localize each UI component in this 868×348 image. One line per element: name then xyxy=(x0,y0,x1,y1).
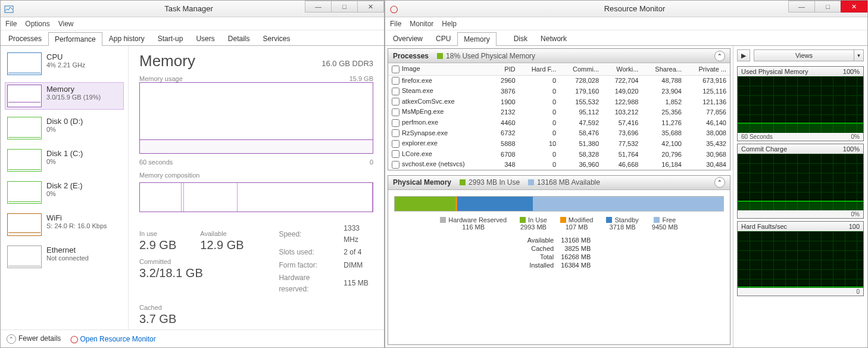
open-resource-monitor-link[interactable]: ◯Open Resource Monitor xyxy=(70,335,155,343)
row-checkbox[interactable] xyxy=(392,119,399,127)
sidebar-item-subtitle: S: 24.0 R: 16.0 Kbps xyxy=(46,222,107,229)
tab-network[interactable]: Network xyxy=(534,32,573,45)
task-manager-window: Task Manager — □ ✕ FileOptionsView Proce… xyxy=(0,0,385,348)
minimize-button[interactable]: — xyxy=(305,1,332,13)
close-button[interactable]: ✕ xyxy=(841,1,867,13)
collapse-icon[interactable]: ⌃ xyxy=(714,51,725,61)
tab-overview[interactable]: Overview xyxy=(386,32,429,45)
table-row[interactable]: LCore.exe6708058,32851,76420,79630,968 xyxy=(388,149,730,160)
panel-title: Memory xyxy=(139,52,195,70)
sidebar-item-cpu[interactable]: CPU4% 2.21 GHz xyxy=(5,51,123,77)
views-dropdown[interactable]: Views▼ xyxy=(754,49,864,61)
memory-details-table: Speed:1333 MHz Slots used:2 of 4 Form fa… xyxy=(277,222,373,296)
inuse-value: 2.9 GB xyxy=(139,238,176,252)
sidebar-item-title: Disk 0 (D:) xyxy=(46,117,83,126)
sparkline-icon xyxy=(7,181,42,204)
memory-composition-bar xyxy=(139,182,373,212)
legend-color-icon xyxy=(560,217,566,223)
maximize-button[interactable]: □ xyxy=(331,1,358,13)
sidebar-item-title: Disk 1 (C:) xyxy=(46,149,83,158)
physical-memory-bar xyxy=(394,196,724,212)
maximize-button[interactable]: □ xyxy=(814,1,841,13)
row-checkbox[interactable] xyxy=(392,88,399,95)
collapse-icon[interactable]: ⌃ xyxy=(714,177,725,188)
sparkline-icon xyxy=(7,246,42,268)
menu-help[interactable]: Help xyxy=(442,20,457,28)
sidebar-item-disk-0--d--[interactable]: Disk 0 (D:)0% xyxy=(5,115,123,141)
row-checkbox[interactable] xyxy=(392,129,399,137)
table-row[interactable]: Steam.exe38760179,160149,02023,904125,11… xyxy=(388,86,730,97)
row-checkbox[interactable] xyxy=(392,77,399,85)
row-checkbox[interactable] xyxy=(392,150,399,158)
menu-file[interactable]: File xyxy=(5,20,17,28)
sidebar-item-subtitle: 0% xyxy=(46,126,83,133)
resmon-icon: ◯ xyxy=(70,335,78,343)
menu-view[interactable]: View xyxy=(58,20,74,28)
col-header[interactable]: Sharea... xyxy=(642,63,685,75)
processes-table: ImagePIDHard F...Commi...Worki...Sharea.… xyxy=(388,63,730,170)
fewer-details-button[interactable]: ⌃Fewer details xyxy=(7,334,61,344)
sparkline-icon xyxy=(7,149,42,172)
xaxis-right: 0 xyxy=(370,159,373,166)
sidebar-item-title: Memory xyxy=(46,85,101,94)
col-image[interactable]: Image xyxy=(388,63,491,75)
legend-item: In Use2993 MB xyxy=(520,216,547,231)
close-button[interactable]: ✕ xyxy=(357,1,384,13)
titlebar[interactable]: Task Manager — □ ✕ xyxy=(1,1,384,17)
tab-details[interactable]: Details xyxy=(221,32,257,45)
sidebar-item-ethernet[interactable]: EthernetNot connected xyxy=(5,244,123,270)
tab-start-up[interactable]: Start-up xyxy=(151,32,190,45)
table-row[interactable]: atkexComSvc.exe19000155,532122,9881,8521… xyxy=(388,97,730,107)
table-row[interactable]: RzSynapse.exe6732058,47673,69635,68838,0… xyxy=(388,128,730,139)
tab-performance[interactable]: Performance xyxy=(48,32,102,46)
sidebar-item-subtitle: 0% xyxy=(46,190,83,197)
panel-header[interactable]: Physical Memory 2993 MB In Use 13168 MB … xyxy=(388,176,730,190)
tab-services[interactable]: Services xyxy=(256,32,296,45)
row-checkbox[interactable] xyxy=(392,98,399,105)
row-checkbox[interactable] xyxy=(392,161,399,169)
sidebar-item-wifi[interactable]: WiFiS: 24.0 R: 16.0 Kbps xyxy=(5,212,123,238)
memory-spec: 16.0 GB DDR3 xyxy=(321,59,373,68)
tab-users[interactable]: Users xyxy=(189,32,221,45)
sparkline-icon xyxy=(7,52,42,75)
minigraph: Used Physical Memory100%60 Seconds0% xyxy=(737,66,864,141)
row-checkbox[interactable] xyxy=(392,140,399,148)
col-header[interactable]: Hard F... xyxy=(519,63,560,75)
sidebar-item-memory[interactable]: Memory3.0/15.9 GB (19%) xyxy=(5,83,123,109)
expand-button[interactable]: ▶ xyxy=(737,49,750,61)
table-row[interactable]: perfmon.exe4460047,59257,41611,27646,140 xyxy=(388,117,730,128)
col-header[interactable]: Private ... xyxy=(685,63,730,75)
menu-options[interactable]: Options xyxy=(25,20,49,28)
menu-monitor[interactable]: Monitor xyxy=(410,20,433,28)
select-all-checkbox[interactable] xyxy=(392,66,399,73)
avail-value: 12.9 GB xyxy=(200,238,243,252)
processes-panel: Processes 18% Used Physical Memory ⌃ Ima… xyxy=(388,48,730,170)
sidebar-item-disk-1--c--[interactable]: Disk 1 (C:)0% xyxy=(5,147,123,173)
titlebar[interactable]: ◯ Resource Monitor — □ ✕ xyxy=(385,1,867,17)
panel-header[interactable]: Processes 18% Used Physical Memory ⌃ xyxy=(388,49,730,63)
col-header[interactable]: PID xyxy=(491,63,519,75)
status-color-icon xyxy=(437,53,443,59)
tab-cpu[interactable]: CPU xyxy=(429,32,457,45)
tab-processes[interactable]: Processes xyxy=(2,32,48,45)
memory-segment xyxy=(395,197,455,211)
sidebar-item-disk-2--e--[interactable]: Disk 2 (E:)0% xyxy=(5,179,123,206)
col-header[interactable]: Commi... xyxy=(560,63,602,75)
col-header[interactable]: Worki... xyxy=(602,63,642,75)
sidebar-item-subtitle: 3.0/15.9 GB (19%) xyxy=(46,94,101,101)
sidebar-item-title: Ethernet xyxy=(46,246,89,254)
minigraph: Hard Faults/sec1000 xyxy=(737,221,864,296)
tab-memory[interactable]: Memory xyxy=(457,32,496,46)
menu-file[interactable]: File xyxy=(390,20,401,28)
legend-color-icon xyxy=(606,217,612,223)
table-row[interactable]: MsMpEng.exe2132095,112103,21225,35677,85… xyxy=(388,107,730,117)
row-checkbox[interactable] xyxy=(392,108,399,116)
tab-disk[interactable]: Disk xyxy=(507,32,534,45)
minimize-button[interactable]: — xyxy=(788,1,815,13)
tab-app-history[interactable]: App history xyxy=(102,32,151,45)
resmon-icon: ◯ xyxy=(389,4,398,14)
table-row[interactable]: explorer.exe58881051,38077,53242,10035,4… xyxy=(388,138,730,149)
table-row[interactable]: firefox.exe29600728,028722,70448,788673,… xyxy=(388,75,730,86)
table-row[interactable]: svchost.exe (netsvcs)348036,96046,66816,… xyxy=(388,159,730,170)
memory-segment xyxy=(533,197,723,211)
